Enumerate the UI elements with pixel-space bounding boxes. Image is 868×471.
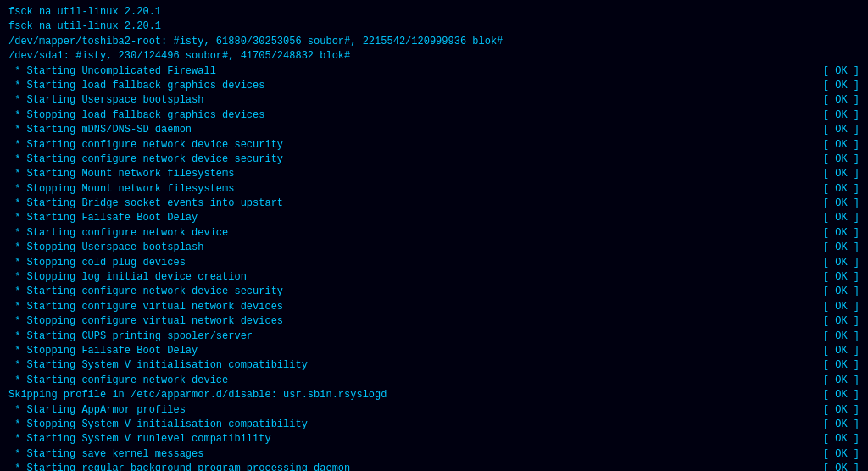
ok-status: [ OK ] <box>809 418 860 432</box>
ok-status: [ OK ] <box>809 314 860 329</box>
boot-line: * Stopping cold plug devices[ OK ] <box>8 256 860 270</box>
boot-line: * Starting mDNS/DNS-SD daemon[ OK ] <box>8 123 860 137</box>
boot-line: * Starting CUPS printing spooler/server[… <box>8 330 860 344</box>
line-text: * Starting configure network device <box>8 374 228 388</box>
header-line: /dev/mapper/toshiba2-root: #isty, 61880/… <box>8 35 860 49</box>
ok-status: [ OK ] <box>809 330 860 344</box>
skip-line: Skipping profile in /etc/apparmor.d/disa… <box>8 388 860 402</box>
line-text: * Starting Mount network filesystems <box>8 167 234 181</box>
boot-line: * Starting System V runlevel compatibili… <box>8 432 860 446</box>
boot-line: * Stopping log initial device creation[ … <box>8 270 860 285</box>
ok-status: [ OK ] <box>809 358 860 373</box>
ok-status: [ OK ] <box>809 241 860 255</box>
line-text: * Stopping configure virtual network dev… <box>8 314 283 329</box>
line-text: * Starting load fallback graphics device… <box>8 79 264 93</box>
ok-status: [ OK ] <box>809 285 860 299</box>
line-text: * Stopping Userspace bootsplash <box>8 241 203 255</box>
boot-line: * Stopping Userspace bootsplash[ OK ] <box>8 241 860 255</box>
boot-line: * Starting configure virtual network dev… <box>8 300 860 314</box>
boot-line: * Starting save kernel messages[ OK ] <box>8 447 860 462</box>
header-line: fsck na util-linux 2.20.1 <box>8 5 860 19</box>
ok-status: [ OK ] <box>809 462 860 471</box>
boot-line: * Starting configure network device secu… <box>8 138 860 152</box>
line-text: * Stopping load fallback graphics device… <box>8 108 264 123</box>
boot-line: * Starting configure network device[ OK … <box>8 374 860 388</box>
boot-line: * Starting System V initialisation compa… <box>8 358 860 373</box>
ok-status: [ OK ] <box>809 64 860 79</box>
boot-line: * Stopping configure virtual network dev… <box>8 314 860 329</box>
line-text: * Starting regular background program pr… <box>8 462 350 471</box>
boot-line: * Starting load fallback graphics device… <box>8 79 860 93</box>
boot-line: * Starting Uncomplicated Firewall[ OK ] <box>8 64 860 79</box>
boot-line: * Stopping Failsafe Boot Delay[ OK ] <box>8 344 860 358</box>
line-text: * Starting AppArmor profiles <box>8 403 186 418</box>
boot-line: * Starting configure network device[ OK … <box>8 226 860 241</box>
ok-status: [ OK ] <box>809 93 860 108</box>
ok-status: [ OK ] <box>809 374 860 388</box>
line-text: * Stopping Mount network filesystems <box>8 182 234 197</box>
ok-status: [ OK ] <box>809 138 860 152</box>
line-text: * Starting Bridge socket events into ups… <box>8 197 283 211</box>
header-line: /dev/sda1: #isty, 230/124496 soubor#, 41… <box>8 49 860 64</box>
ok-status: [ OK ] <box>809 79 860 93</box>
line-text: * Starting Uncomplicated Firewall <box>8 64 216 79</box>
ok-status: [ OK ] <box>809 388 860 402</box>
ok-status: [ OK ] <box>809 447 860 462</box>
boot-line: * Starting Mount network filesystems[ OK… <box>8 167 860 181</box>
boot-line: * Stopping System V initialisation compa… <box>8 418 860 432</box>
ok-status: [ OK ] <box>809 344 860 358</box>
boot-line: * Starting Failsafe Boot Delay[ OK ] <box>8 211 860 225</box>
boot-line: * Starting AppArmor profiles[ OK ] <box>8 403 860 418</box>
ok-status: [ OK ] <box>809 123 860 137</box>
boot-line: * Starting configure network device secu… <box>8 285 860 299</box>
ok-status: [ OK ] <box>809 300 860 314</box>
boot-line: * Starting configure network device secu… <box>8 152 860 167</box>
boot-line: * Stopping load fallback graphics device… <box>8 108 860 123</box>
line-text: * Starting configure network device secu… <box>8 285 283 299</box>
boot-line: * Starting regular background program pr… <box>8 462 860 471</box>
ok-status: [ OK ] <box>809 226 860 241</box>
line-text: Skipping profile in /etc/apparmor.d/disa… <box>8 388 387 402</box>
ok-status: [ OK ] <box>809 270 860 285</box>
ok-status: [ OK ] <box>809 256 860 270</box>
line-text: * Starting System V runlevel compatibili… <box>8 432 271 446</box>
boot-line: * Starting Userspace bootsplash[ OK ] <box>8 93 860 108</box>
line-text: * Starting configure network device secu… <box>8 138 283 152</box>
header-line: fsck na util-linux 2.20.1 <box>8 19 860 34</box>
ok-status: [ OK ] <box>809 197 860 211</box>
ok-status: [ OK ] <box>809 182 860 197</box>
line-text: * Starting CUPS printing spooler/server <box>8 330 253 344</box>
boot-line: * Starting Bridge socket events into ups… <box>8 197 860 211</box>
ok-status: [ OK ] <box>809 432 860 446</box>
line-text: * Starting configure network device secu… <box>8 152 283 167</box>
ok-status: [ OK ] <box>809 403 860 418</box>
line-text: * Stopping log initial device creation <box>8 270 247 285</box>
ok-status: [ OK ] <box>809 211 860 225</box>
line-text: * Stopping cold plug devices <box>8 256 186 270</box>
boot-line: * Stopping Mount network filesystems[ OK… <box>8 182 860 197</box>
ok-status: [ OK ] <box>809 108 860 123</box>
line-text: * Starting save kernel messages <box>8 447 203 462</box>
line-text: * Starting configure network device <box>8 226 228 241</box>
line-text: * Stopping Failsafe Boot Delay <box>8 344 198 358</box>
line-text: * Starting Failsafe Boot Delay <box>8 211 198 225</box>
line-text: * Stopping System V initialisation compa… <box>8 418 308 432</box>
ok-status: [ OK ] <box>809 152 860 167</box>
ok-status: [ OK ] <box>809 167 860 181</box>
terminal-window: fsck na util-linux 2.20.1fsck na util-li… <box>0 0 868 471</box>
line-text: * Starting configure virtual network dev… <box>8 300 283 314</box>
line-text: * Starting System V initialisation compa… <box>8 358 308 373</box>
line-text: * Starting mDNS/DNS-SD daemon <box>8 123 192 137</box>
line-text: * Starting Userspace bootsplash <box>8 93 203 108</box>
